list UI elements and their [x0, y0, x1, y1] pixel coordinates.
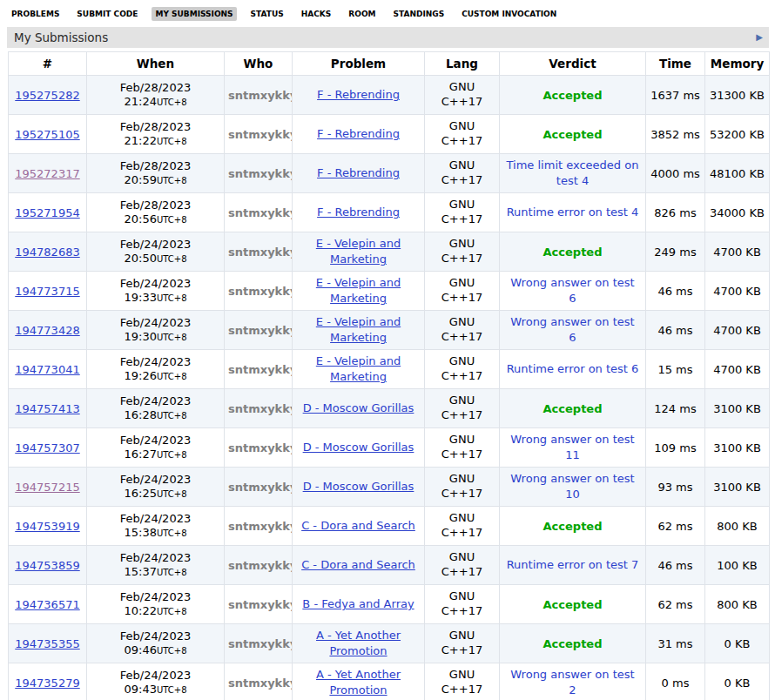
- submission-date: Feb/24/2023: [91, 434, 220, 448]
- problem-link[interactable]: E - Velepin and Marketing: [300, 236, 417, 266]
- cell-lang: GNU C++17: [425, 624, 500, 663]
- problem-link[interactable]: E - Velepin and Marketing: [300, 314, 417, 345]
- verdict-text: Runtime error on test 7: [507, 557, 639, 573]
- nav-item-submit-code[interactable]: SUBMIT CODE: [73, 7, 141, 21]
- submission-id-link[interactable]: 194753919: [15, 520, 79, 533]
- time-value: 15:37: [124, 565, 156, 578]
- cell-submission-id: 195275105: [9, 115, 87, 154]
- user-handle-link[interactable]: sntmxykky: [228, 324, 293, 337]
- nav-item-status[interactable]: STATUS: [247, 7, 287, 21]
- nav-item-custom-invocation[interactable]: CUSTOM INVOCATION: [458, 7, 560, 21]
- submission-id-link[interactable]: 194735355: [15, 637, 79, 650]
- submission-id-link[interactable]: 194757307: [15, 441, 79, 454]
- submission-id-link[interactable]: 194736571: [15, 598, 79, 611]
- collapse-arrow-icon[interactable]: ▶: [756, 33, 763, 42]
- time-value: 20:56: [124, 212, 156, 225]
- user-handle-link[interactable]: sntmxykky: [228, 559, 293, 572]
- problem-link[interactable]: C - Dora and Search: [301, 518, 415, 534]
- time-value: 16:25: [124, 487, 156, 500]
- user-handle-link[interactable]: sntmxykky: [228, 441, 293, 454]
- timezone-label: UTC+8: [157, 333, 187, 342]
- submission-date: Feb/24/2023: [91, 551, 220, 565]
- language-label: GNU C++17: [440, 80, 485, 110]
- user-handle-link[interactable]: sntmxykky: [228, 402, 293, 415]
- submission-id-link[interactable]: 194773715: [15, 285, 79, 298]
- user-handle-link[interactable]: sntmxykky: [228, 520, 293, 533]
- problem-link[interactable]: A - Yet Another Promotion: [300, 667, 417, 697]
- top-nav: PROBLEMSSUBMIT CODEMY SUBMISSIONSSTATUSH…: [0, 0, 775, 27]
- problem-link[interactable]: F - Rebrending: [317, 87, 400, 103]
- user-handle-link[interactable]: sntmxykky: [228, 128, 293, 141]
- problem-link[interactable]: C - Dora and Search: [301, 557, 415, 573]
- problem-link[interactable]: B - Fedya and Array: [302, 596, 414, 612]
- cell-lang: GNU C++17: [425, 311, 500, 350]
- submission-date: Feb/24/2023: [91, 238, 220, 252]
- cell-time: 15 ms: [646, 350, 705, 389]
- submission-time: 19:30UTC+8: [91, 330, 220, 345]
- problem-link[interactable]: A - Yet Another Promotion: [300, 628, 417, 658]
- cell-problem: D - Moscow Gorillas: [293, 428, 425, 468]
- cell-who: sntmxykky: [225, 468, 293, 507]
- submission-id-link[interactable]: 195272317: [15, 167, 79, 180]
- submissions-table: #WhenWhoProblemLangVerdictTimeMemory 195…: [8, 51, 770, 700]
- language-label: GNU C++17: [440, 315, 485, 345]
- submission-id-link[interactable]: 194757413: [15, 402, 79, 415]
- cell-when: Feb/24/202319:30UTC+8: [87, 311, 225, 350]
- cell-when: Feb/24/202316:28UTC+8: [87, 389, 225, 428]
- problem-link[interactable]: F - Rebrending: [317, 165, 400, 181]
- submission-id-link[interactable]: 195275282: [15, 89, 79, 102]
- submission-id-link[interactable]: 195271954: [15, 206, 79, 219]
- cell-time: 826 ms: [646, 193, 705, 232]
- submission-date: Feb/24/2023: [91, 277, 220, 291]
- cell-submission-id: 194753859: [9, 546, 87, 585]
- verdict-text: Wrong answer on test 2: [507, 667, 639, 697]
- user-handle-link[interactable]: sntmxykky: [228, 206, 293, 219]
- user-handle-link[interactable]: sntmxykky: [228, 637, 293, 650]
- nav-item-standings[interactable]: STANDINGS: [390, 7, 448, 21]
- cell-memory: 0 KB: [705, 624, 770, 663]
- cell-when: Feb/24/202319:26UTC+8: [87, 350, 225, 389]
- user-handle-link[interactable]: sntmxykky: [228, 89, 293, 102]
- nav-item-problems[interactable]: PROBLEMS: [8, 7, 63, 21]
- column-header-memory: Memory: [705, 52, 770, 76]
- submission-id-link[interactable]: 194773041: [15, 363, 79, 376]
- timezone-label: UTC+8: [157, 98, 187, 107]
- nav-item-hacks[interactable]: HACKS: [298, 7, 335, 21]
- problem-link[interactable]: F - Rebrending: [317, 205, 400, 220]
- cell-who: sntmxykky: [225, 76, 293, 115]
- submission-date: Feb/28/2023: [91, 81, 220, 95]
- verdict-text: Accepted: [543, 89, 603, 102]
- nav-item-my-submissions[interactable]: MY SUBMISSIONS: [152, 7, 236, 21]
- cell-submission-id: 194736571: [9, 585, 87, 624]
- submission-id-link[interactable]: 194782683: [15, 246, 79, 259]
- problem-link[interactable]: D - Moscow Gorillas: [303, 400, 414, 416]
- submission-id-link[interactable]: 194735279: [15, 676, 79, 690]
- user-handle-link[interactable]: sntmxykky: [228, 481, 293, 494]
- cell-problem: A - Yet Another Promotion: [293, 624, 425, 663]
- cell-memory: 4700 KB: [705, 232, 770, 272]
- nav-item-room[interactable]: ROOM: [345, 7, 379, 21]
- cell-verdict: Wrong answer on test 11: [500, 428, 646, 468]
- problem-link[interactable]: F - Rebrending: [317, 126, 400, 142]
- user-handle-link[interactable]: sntmxykky: [228, 363, 293, 376]
- timezone-label: UTC+8: [157, 489, 187, 499]
- user-handle-link[interactable]: sntmxykky: [228, 598, 293, 611]
- submission-id-link[interactable]: 194773428: [15, 324, 79, 337]
- column-header-problem: Problem: [293, 52, 425, 76]
- problem-link[interactable]: D - Moscow Gorillas: [303, 479, 414, 495]
- problem-link[interactable]: D - Moscow Gorillas: [303, 440, 414, 455]
- problem-link[interactable]: E - Velepin and Marketing: [300, 275, 417, 306]
- cell-time: 124 ms: [646, 389, 705, 428]
- cell-verdict: Accepted: [500, 76, 646, 115]
- submission-time: 21:24UTC+8: [91, 95, 220, 110]
- user-handle-link[interactable]: sntmxykky: [228, 167, 293, 180]
- submission-id-link[interactable]: 194757215: [15, 481, 79, 494]
- submission-time: 16:27UTC+8: [91, 448, 220, 462]
- submission-id-link[interactable]: 194753859: [15, 559, 79, 572]
- submission-id-link[interactable]: 195275105: [15, 128, 79, 141]
- problem-link[interactable]: E - Velepin and Marketing: [300, 353, 417, 384]
- language-label: GNU C++17: [440, 198, 485, 227]
- user-handle-link[interactable]: sntmxykky: [228, 676, 293, 690]
- user-handle-link[interactable]: sntmxykky: [228, 246, 293, 259]
- user-handle-link[interactable]: sntmxykky: [228, 285, 293, 298]
